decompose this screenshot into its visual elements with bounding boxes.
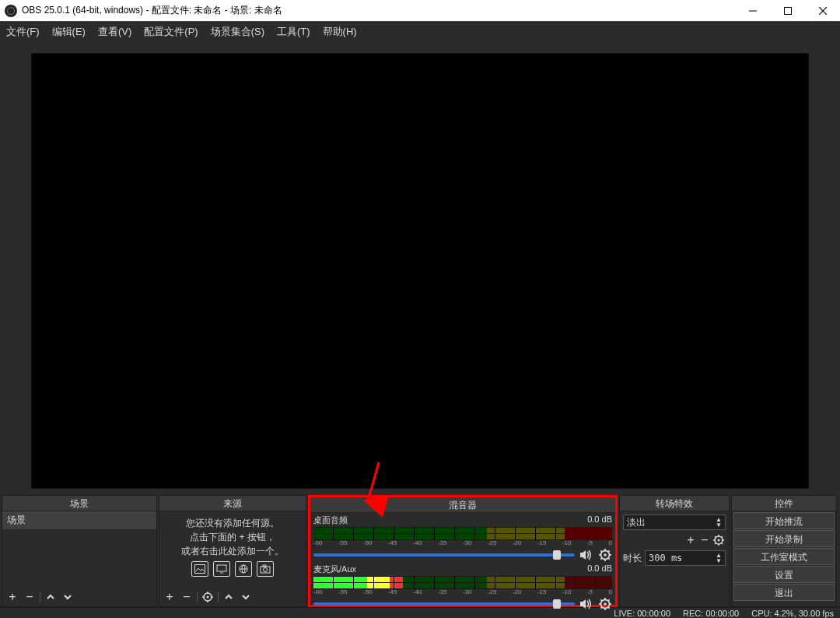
svg-line-38 [608, 599, 610, 601]
spinner-icon[interactable]: ▲▼ [716, 553, 722, 564]
dock-transitions-title[interactable]: 转场特效 [620, 496, 729, 511]
preview-area [0, 42, 840, 495]
dock-mixer: 混音器 桌面音频 0.0 dB -60-55-50-45-40-35-30-25… [308, 495, 618, 607]
dock-scenes-title[interactable]: 场景 [2, 496, 156, 511]
mixer-channel: 桌面音频 0.0 dB -60-55-50-45-40-35-30-25-20-… [310, 513, 615, 562]
dock-sources-title[interactable]: 来源 [159, 496, 306, 511]
svg-line-28 [608, 550, 610, 552]
svg-line-37 [608, 607, 610, 609]
transition-duration-label: 时长 [623, 552, 642, 565]
dock-mixer-title[interactable]: 混音器 [310, 497, 615, 513]
svg-line-29 [600, 558, 602, 560]
transition-add-button[interactable]: + [684, 533, 698, 547]
sources-add-button[interactable]: + [163, 590, 177, 604]
window-minimize-button[interactable] [735, 0, 770, 22]
speaker-icon[interactable] [579, 548, 593, 562]
svg-point-31 [604, 602, 607, 606]
svg-rect-5 [195, 565, 205, 574]
obs-logo-icon [5, 5, 17, 17]
scene-item[interactable]: 场景 [2, 511, 156, 529]
gear-icon[interactable] [598, 597, 612, 611]
mixer-channel-name: 桌面音频 [313, 514, 348, 526]
dock-controls: 控件 开始推流开始录制工作室模式设置退出 [731, 495, 837, 607]
svg-line-48 [721, 536, 723, 538]
sources-properties-button[interactable] [201, 590, 215, 604]
control-button-0[interactable]: 开始推流 [733, 512, 835, 529]
separator [197, 592, 198, 602]
menu-profile[interactable]: 配置文件(P) [138, 22, 204, 42]
menu-help[interactable]: 帮助(H) [317, 22, 363, 42]
source-type-display-icon [213, 561, 230, 577]
source-type-image-icon [191, 561, 208, 577]
mixer-meter-labels: -60-55-50-45-40-35-30-25-20-15-10-50 [313, 539, 612, 546]
sources-list[interactable]: 您还没有添加任何源。 点击下面的 + 按钮， 或者右击此处添加一个。 [159, 511, 306, 588]
sources-move-down-button[interactable] [239, 590, 253, 604]
control-button-3[interactable]: 设置 [733, 566, 835, 583]
status-live: LIVE: 00:00:00 [614, 608, 670, 618]
menu-bar: 文件(F) 编辑(E) 查看(V) 配置文件(P) 场景集合(S) 工具(T) … [0, 22, 840, 42]
window-titlebar: OBS 25.0.1 (64-bit, windows) - 配置文件: 未命名… [0, 0, 840, 22]
scenes-list[interactable]: 场景 [2, 511, 156, 588]
status-cpu: CPU: 4.2%, 30.00 fps [751, 608, 834, 618]
dock-scenes: 场景 场景 + − [2, 495, 157, 607]
svg-line-26 [600, 550, 602, 552]
menu-edit[interactable]: 编辑(E) [46, 22, 92, 42]
slider-thumb[interactable] [553, 550, 561, 560]
menu-tools[interactable]: 工具(T) [271, 22, 317, 42]
dock-row: 场景 场景 + − 来源 您还没有添加任何源。 点击下面的 + 按钮， 或者右击… [0, 495, 840, 607]
transition-properties-button[interactable] [712, 533, 726, 547]
menu-file[interactable]: 文件(F) [0, 22, 46, 42]
control-button-1[interactable]: 开始录制 [733, 530, 835, 547]
status-rec: REC: 00:00:00 [683, 608, 739, 618]
svg-line-36 [600, 599, 602, 601]
source-type-camera-icon [257, 561, 274, 577]
dock-controls-title[interactable]: 控件 [732, 496, 836, 511]
svg-rect-1 [784, 7, 791, 14]
slider-thumb[interactable] [553, 599, 561, 609]
sources-remove-button[interactable]: − [180, 590, 194, 604]
preview-canvas[interactable] [31, 53, 809, 489]
mixer-body: 桌面音频 0.0 dB -60-55-50-45-40-35-30-25-20-… [310, 513, 615, 611]
svg-line-39 [600, 607, 602, 609]
mixer-channel-db: 0.0 dB [587, 564, 612, 575]
separator [40, 592, 40, 602]
svg-rect-6 [217, 565, 226, 571]
transition-duration-value: 300 ms [649, 553, 682, 564]
mixer-volume-slider[interactable] [313, 602, 575, 606]
svg-point-41 [718, 539, 720, 542]
chevron-updown-icon: ▲▼ [716, 517, 722, 528]
svg-line-49 [715, 543, 716, 544]
window-maximize-button[interactable] [770, 0, 805, 22]
transitions-body: 淡出 ▲▼ + − 时长 300 ms ▲▼ [620, 511, 729, 606]
window-close-button[interactable] [805, 0, 840, 22]
transition-duration-input[interactable]: 300 ms ▲▼ [645, 550, 726, 566]
mixer-channel: 麦克风/Aux 0.0 dB -60-55-50-45-40-35-30-25-… [310, 562, 615, 611]
mixer-volume-slider[interactable] [313, 553, 575, 557]
source-type-globe-icon [235, 561, 252, 577]
svg-line-46 [715, 536, 716, 538]
svg-point-12 [264, 568, 268, 572]
sources-empty-l1: 您还没有添加任何源。 [163, 516, 303, 530]
scenes-add-button[interactable]: + [5, 590, 19, 604]
sources-move-up-button[interactable] [222, 590, 236, 604]
scenes-move-down-button[interactable] [61, 590, 75, 604]
scenes-toolbar: + − [2, 588, 156, 606]
control-button-4[interactable]: 退出 [733, 584, 835, 601]
menu-scene-collection[interactable]: 场景集合(S) [205, 22, 271, 42]
control-button-2[interactable]: 工作室模式 [733, 548, 835, 565]
svg-point-21 [604, 553, 607, 557]
scenes-remove-button[interactable]: − [23, 590, 37, 604]
window-title: OBS 25.0.1 (64-bit, windows) - 配置文件: 未命名… [22, 4, 735, 17]
mixer-channel-name: 麦克风/Aux [313, 564, 356, 575]
mixer-channel-db: 0.0 dB [587, 514, 612, 526]
transition-remove-button[interactable]: − [698, 533, 712, 547]
sources-toolbar: + − [159, 588, 306, 606]
controls-body: 开始推流开始录制工作室模式设置退出 [732, 511, 836, 606]
transition-select[interactable]: 淡出 ▲▼ [623, 514, 726, 530]
gear-icon[interactable] [598, 548, 612, 562]
dock-transitions: 转场特效 淡出 ▲▼ + − 时长 [619, 495, 730, 607]
scenes-move-up-button[interactable] [44, 590, 58, 604]
sources-empty-l2: 点击下面的 + 按钮， [163, 530, 303, 544]
speaker-icon[interactable] [579, 597, 593, 611]
menu-view[interactable]: 查看(V) [92, 22, 138, 42]
